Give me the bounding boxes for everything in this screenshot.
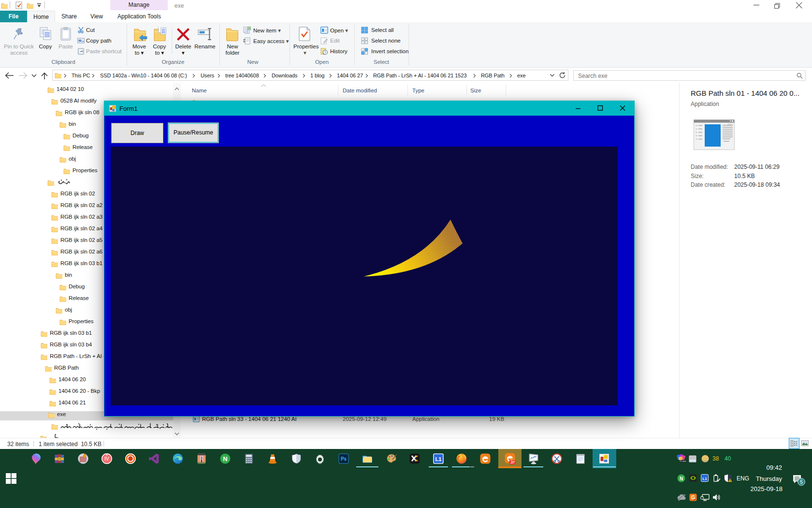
svg-text:.37: .37 — [510, 461, 515, 464]
svg-text:N: N — [680, 476, 683, 481]
svg-text:Ps: Ps — [341, 456, 347, 462]
svg-text:PCIES: PCIES — [680, 460, 686, 463]
svg-text:IV: IV — [104, 456, 109, 462]
svg-text:L1: L1 — [435, 456, 442, 462]
svg-text:N: N — [223, 455, 227, 463]
svg-text:L1: L1 — [702, 477, 707, 481]
